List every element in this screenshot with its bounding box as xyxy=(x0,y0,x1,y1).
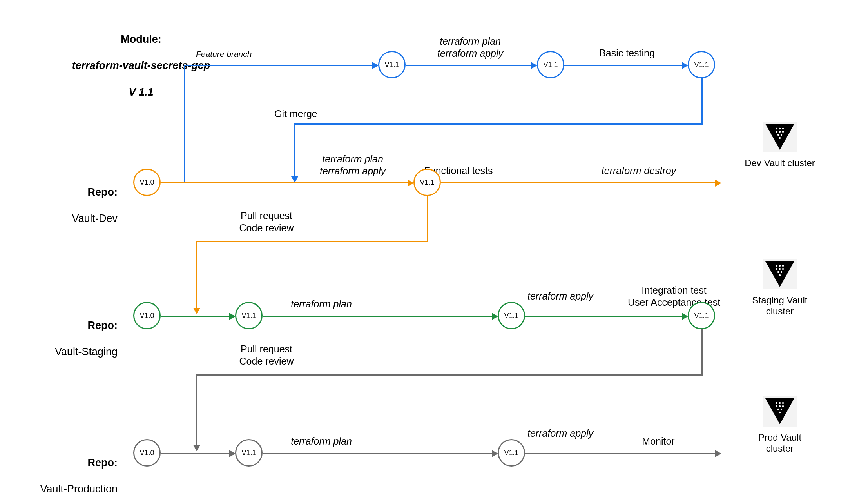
module-title-line1: Module: xyxy=(121,33,161,45)
node-dev-v10-label: V1.0 xyxy=(140,178,154,187)
label-gray-apply: terraform apply xyxy=(513,427,607,440)
node-dev-v10: V1.0 xyxy=(133,169,161,196)
row-title-staging: Repo: Vault-Staging xyxy=(24,306,118,359)
line-blue-v3 xyxy=(294,124,295,176)
svg-point-14 xyxy=(776,268,777,270)
module-title-line3: V 1.1 xyxy=(129,86,153,98)
row-title-dev-name: Vault-Dev xyxy=(72,212,118,224)
node-blue-2-label: V1.1 xyxy=(543,61,558,69)
arrow-orange-1 xyxy=(408,180,414,187)
row-title-dev: Repo: Vault-Dev xyxy=(35,173,118,225)
node-prod-v11-b: V1.1 xyxy=(498,439,525,467)
line-green-h1 xyxy=(161,316,229,317)
vault-prod-label: Prod Vault cluster xyxy=(745,432,815,454)
node-orange-v11: V1.1 xyxy=(413,169,441,196)
node-staging-v11-a: V1.1 xyxy=(235,302,263,329)
node-blue-3: V1.1 xyxy=(688,51,715,78)
arrow-blue-down xyxy=(291,176,298,183)
line-green-h2 xyxy=(263,316,492,317)
line-blue-h2 xyxy=(406,65,531,66)
row-title-staging-label: Repo: xyxy=(88,320,118,331)
arrow-blue-3 xyxy=(682,62,688,69)
svg-point-2 xyxy=(779,128,781,129)
svg-point-16 xyxy=(782,268,784,270)
node-staging-v11-a-label: V1.1 xyxy=(241,312,256,320)
svg-point-26 xyxy=(782,405,784,407)
arrow-gray-down xyxy=(193,445,200,451)
node-staging-v11-c-label: V1.1 xyxy=(694,312,709,320)
svg-point-13 xyxy=(782,265,784,267)
svg-point-22 xyxy=(779,402,781,404)
node-staging-v11-c: V1.1 xyxy=(688,302,715,329)
svg-point-24 xyxy=(776,405,777,407)
label-orange-plan-apply: terraform plan terraform apply xyxy=(306,153,400,178)
arrow-gray-2 xyxy=(492,450,498,457)
svg-point-29 xyxy=(779,412,781,413)
svg-point-25 xyxy=(779,405,781,407)
row-title-prod: Repo: Vault-Production xyxy=(12,443,118,494)
line-blue-v1 xyxy=(184,65,185,183)
line-orange-v2 xyxy=(196,241,197,308)
label-gray-plan: terraform plan xyxy=(274,435,368,447)
svg-point-23 xyxy=(782,402,784,404)
line-blue-h1 xyxy=(184,65,372,66)
arrow-orange-down xyxy=(193,308,200,314)
svg-point-3 xyxy=(782,128,784,129)
arrow-green-2 xyxy=(492,313,498,320)
line-orange-h2 xyxy=(441,182,715,183)
svg-point-9 xyxy=(779,137,781,139)
node-prod-v11-b-label: V1.1 xyxy=(504,449,518,457)
vault-icon xyxy=(763,259,797,289)
label-git-merge: Git merge xyxy=(274,108,317,120)
node-blue-1-label: V1.1 xyxy=(384,61,399,69)
svg-point-18 xyxy=(781,271,782,273)
line-blue-h4 xyxy=(294,124,703,125)
node-prod-v11-a-label: V1.1 xyxy=(241,449,256,457)
svg-point-7 xyxy=(777,134,779,136)
vault-icon xyxy=(763,396,797,427)
svg-point-28 xyxy=(781,409,782,410)
svg-point-19 xyxy=(779,274,781,276)
svg-point-21 xyxy=(776,402,777,404)
vault-prod-cluster: Prod Vault cluster xyxy=(745,396,815,454)
node-prod-v10-label: V1.0 xyxy=(140,449,154,457)
line-blue-h3 xyxy=(564,65,682,66)
line-green-h3 xyxy=(525,316,682,317)
module-title: Module: terraform-vault-secrets-gcp V 1.… xyxy=(59,20,223,99)
svg-point-6 xyxy=(782,131,784,133)
node-staging-v11-b-label: V1.1 xyxy=(504,312,518,320)
node-prod-v10: V1.0 xyxy=(133,439,161,467)
line-gray-h1 xyxy=(161,453,229,454)
arrow-blue-1 xyxy=(372,62,379,69)
node-staging-v11-b: V1.1 xyxy=(498,302,525,329)
line-orange-h3 xyxy=(196,241,428,242)
node-staging-v10: V1.0 xyxy=(133,302,161,329)
node-orange-v11-label: V1.1 xyxy=(420,178,434,187)
line-gray-h3 xyxy=(525,453,715,454)
label-gray-pr: Pull request Code review xyxy=(219,343,313,368)
node-prod-v11-a: V1.1 xyxy=(235,439,263,467)
node-blue-2: V1.1 xyxy=(537,51,564,78)
label-monitor: Monitor xyxy=(619,435,698,447)
vault-dev-cluster: Dev Vault cluster xyxy=(745,122,815,169)
row-title-staging-name: Vault-Staging xyxy=(55,346,118,358)
arrow-blue-2 xyxy=(531,62,537,69)
diagram-canvas: Module: terraform-vault-secrets-gcp V 1.… xyxy=(0,0,868,494)
label-integration-uat: Integration test User Acceptance test xyxy=(611,284,737,309)
svg-point-12 xyxy=(779,265,781,267)
line-gray-h0 xyxy=(196,374,703,376)
row-title-prod-label: Repo: xyxy=(88,457,118,469)
svg-point-27 xyxy=(777,409,779,410)
line-blue-v2 xyxy=(701,78,703,124)
label-green-plan: terraform plan xyxy=(274,298,368,310)
line-orange-v1 xyxy=(427,196,428,241)
vault-staging-label: Staging Vault cluster xyxy=(741,295,819,317)
label-tf-destroy: terraform destroy xyxy=(580,165,698,177)
vault-dev-label: Dev Vault cluster xyxy=(745,158,815,169)
arrow-green-3 xyxy=(682,313,688,320)
node-blue-1: V1.1 xyxy=(378,51,406,78)
row-title-dev-label: Repo: xyxy=(88,186,118,198)
row-title-prod-name: Vault-Production xyxy=(40,483,118,494)
arrow-gray-3 xyxy=(715,450,721,457)
svg-point-8 xyxy=(781,134,782,136)
